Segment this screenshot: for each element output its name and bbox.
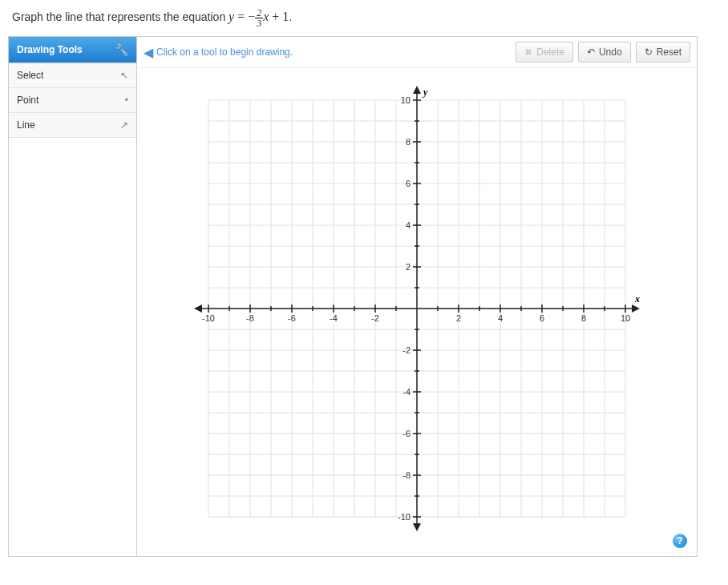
svg-marker-44 bbox=[632, 305, 640, 313]
tool-point[interactable]: Point • bbox=[9, 88, 136, 113]
sidebar-header: Drawing Tools 🔧 bbox=[9, 37, 136, 63]
toolbar: ◀ Click on a tool to begin drawing. ✖ De… bbox=[137, 37, 697, 68]
svg-text:8: 8 bbox=[581, 313, 586, 323]
svg-text:10: 10 bbox=[621, 313, 630, 323]
reset-button[interactable]: ↻ Reset bbox=[636, 42, 690, 63]
graphing-app: Drawing Tools 🔧 Select ↖ Point • Line ↗ … bbox=[8, 36, 698, 557]
svg-text:-2: -2 bbox=[371, 313, 379, 323]
tool-select[interactable]: Select ↖ bbox=[9, 63, 136, 88]
svg-text:6: 6 bbox=[406, 179, 411, 188]
svg-marker-46 bbox=[413, 86, 421, 94]
svg-text:-8: -8 bbox=[402, 470, 411, 480]
svg-text:-4: -4 bbox=[330, 313, 338, 323]
svg-text:10: 10 bbox=[401, 95, 411, 105]
delete-icon: ✖ bbox=[524, 46, 532, 58]
svg-text:-2: -2 bbox=[402, 345, 411, 355]
undo-icon: ↶ bbox=[587, 46, 595, 58]
tool-label: Line bbox=[17, 119, 35, 131]
question-prefix: Graph the line that represents the equat… bbox=[12, 10, 229, 23]
hint-text: ◀ Click on a tool to begin drawing. bbox=[144, 45, 511, 60]
svg-text:-10: -10 bbox=[202, 313, 215, 323]
svg-text:y: y bbox=[422, 87, 428, 98]
cursor-icon: ↖ bbox=[120, 70, 128, 81]
sidebar: Drawing Tools 🔧 Select ↖ Point • Line ↗ bbox=[9, 37, 137, 556]
svg-text:2: 2 bbox=[406, 262, 411, 272]
sidebar-title: Drawing Tools bbox=[17, 44, 83, 55]
caret-left-icon: ◀ bbox=[144, 45, 153, 60]
tool-line[interactable]: Line ↗ bbox=[9, 113, 136, 138]
point-icon: • bbox=[125, 95, 128, 106]
svg-text:4: 4 bbox=[498, 313, 503, 323]
tool-label: Select bbox=[17, 70, 43, 81]
wrench-icon[interactable]: 🔧 bbox=[115, 43, 128, 56]
coordinate-plane[interactable]: -10-8-6-4-2246810-10-8-6-4-2246810xy bbox=[192, 84, 641, 533]
svg-text:6: 6 bbox=[540, 313, 544, 323]
svg-text:-6: -6 bbox=[402, 429, 411, 438]
line-icon: ↗ bbox=[120, 119, 128, 131]
equation: y = −23x + 1 bbox=[229, 8, 289, 28]
svg-text:-10: -10 bbox=[398, 512, 411, 522]
canvas-area: ◀ Click on a tool to begin drawing. ✖ De… bbox=[137, 37, 697, 556]
svg-text:2: 2 bbox=[456, 313, 461, 323]
plane-svg[interactable]: -10-8-6-4-2246810-10-8-6-4-2246810xy bbox=[192, 84, 641, 533]
help-button[interactable]: ? bbox=[673, 534, 687, 548]
svg-text:8: 8 bbox=[406, 137, 411, 147]
question-text: Graph the line that represents the equat… bbox=[0, 0, 728, 36]
tool-label: Point bbox=[17, 95, 38, 106]
svg-text:-4: -4 bbox=[402, 387, 411, 397]
svg-marker-45 bbox=[194, 305, 202, 313]
delete-button[interactable]: ✖ Delete bbox=[516, 42, 573, 63]
svg-text:-8: -8 bbox=[246, 313, 254, 323]
undo-button[interactable]: ↶ Undo bbox=[578, 42, 631, 63]
svg-text:x: x bbox=[634, 293, 640, 305]
svg-text:-6: -6 bbox=[288, 313, 296, 323]
reset-icon: ↻ bbox=[645, 46, 653, 58]
svg-marker-47 bbox=[413, 523, 421, 531]
svg-text:4: 4 bbox=[406, 220, 411, 230]
